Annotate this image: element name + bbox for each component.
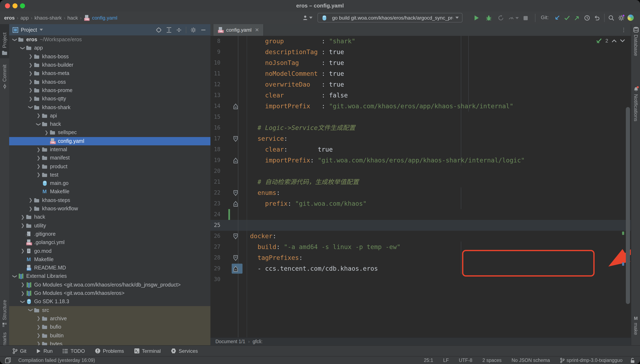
chevron-collapsed-icon[interactable] (36, 147, 42, 152)
chevron-collapsed-icon[interactable] (43, 130, 50, 135)
tree-item-readme.md[interactable]: README.MD (9, 264, 210, 272)
tree-item-app[interactable]: app (9, 44, 210, 52)
ide-gradient-logo-icon[interactable] (627, 14, 634, 21)
tree-item-makefile[interactable]: Makefile (9, 188, 210, 196)
git-update-button[interactable] (552, 14, 562, 22)
tree-item-eros[interactable]: eros~/Workspace/eros (9, 36, 210, 44)
code-line-20[interactable]: 20 (210, 166, 631, 176)
tree-item-go.mod[interactable]: go.mod (9, 247, 210, 255)
chevron-collapsed-icon[interactable] (20, 248, 26, 254)
tree-item-khaos-boss[interactable]: khaos-boss (9, 52, 210, 61)
tree-item-product[interactable]: product (9, 162, 210, 171)
tree-item-bytes[interactable]: bytes (9, 340, 210, 345)
breadcrumb-item[interactable]: eros (4, 15, 15, 20)
search-everywhere-button[interactable] (607, 14, 616, 22)
tree-item-test[interactable]: test (9, 171, 210, 179)
breadcrumb-gfcli[interactable]: gfcli: (253, 339, 263, 344)
chevron-expanded-icon[interactable] (28, 104, 34, 110)
chevron-collapsed-icon[interactable] (28, 79, 34, 84)
code-line-24[interactable]: 24 (210, 209, 631, 220)
git-history-button[interactable] (582, 14, 592, 22)
next-issue-icon[interactable] (620, 39, 625, 42)
code-line-13[interactable]: 13 clear : false (210, 90, 631, 101)
tree-item-src[interactable]: src (9, 306, 210, 314)
panel-options-button[interactable] (190, 26, 197, 34)
tree-item-sellspec[interactable]: sellspec (9, 128, 210, 137)
tree-item-main.go[interactable]: main.go (9, 179, 210, 188)
tree-item-external-libraries[interactable]: External Libraries (9, 272, 210, 281)
code-line-25[interactable]: 25 (210, 220, 631, 231)
breadcrumb-item[interactable]: hack (68, 15, 78, 20)
tree-item-hack[interactable]: hack (9, 120, 210, 128)
tree-item-khaos-prome[interactable]: khaos-prome (9, 86, 210, 95)
tree-item-go-sdk-1.18.3[interactable]: Go SDK 1.18.3 (9, 297, 210, 306)
code-line-8[interactable]: 8 group : "shark" (210, 36, 631, 47)
chevron-expanded-icon[interactable] (20, 46, 26, 51)
tree-item-go-modules-git.woa.com-khaos-eros-[interactable]: Go Modules <git.woa.com/khaos/eros> (9, 289, 210, 298)
tree-item-config.yaml[interactable]: config.yaml (9, 137, 210, 145)
toolwindow-tab-structure[interactable]: Structure (0, 273, 9, 327)
breadcrumb-document[interactable]: Document 1/1 (215, 339, 245, 344)
code-line-19[interactable]: 19 importPrefix: "git.woa.com/khaos/eros… (210, 155, 631, 166)
tree-item-internal[interactable]: internal (9, 145, 210, 154)
run-button[interactable] (472, 14, 481, 22)
toolwindow-tab-make[interactable]: M make (631, 316, 640, 341)
tree-item-khaos-oss[interactable]: khaos-oss (9, 78, 210, 86)
fold-end-icon[interactable] (233, 200, 238, 207)
chevron-collapsed-icon[interactable] (28, 96, 34, 102)
editor-scrollbar[interactable] (626, 107, 630, 304)
code-line-10[interactable]: 10 noJsonTag : true (210, 58, 631, 68)
hide-panel-button[interactable] (200, 26, 207, 34)
chevron-collapsed-icon[interactable] (20, 290, 26, 296)
tree-item-bufio[interactable]: bufio (9, 323, 210, 331)
chevron-collapsed-icon[interactable] (28, 198, 34, 203)
fold-start-icon[interactable] (233, 190, 238, 196)
profiler-button[interactable] (507, 14, 520, 22)
run-configuration-select[interactable]: go build git.woa.com/khaos/eros/hack/arg… (318, 13, 462, 22)
prev-issue-icon[interactable] (611, 39, 616, 42)
tree-item-makefile[interactable]: Makefile (9, 255, 210, 264)
tree-item-khaos-meta[interactable]: khaos-meta (9, 69, 210, 78)
chevron-expanded-icon[interactable] (12, 274, 18, 279)
code-line-21[interactable]: 21 # 自动检索源代码，生成枚举值配置 (210, 176, 631, 188)
code-line-11[interactable]: 11 noModelComment : true (210, 68, 631, 79)
code-line-15[interactable]: 15 (210, 112, 631, 122)
chevron-collapsed-icon[interactable] (28, 206, 34, 211)
fold-start-icon[interactable] (233, 233, 238, 239)
file-encoding[interactable]: UTF-8 (459, 358, 472, 363)
breadcrumb-item[interactable]: app (21, 15, 29, 20)
stop-button[interactable] (521, 14, 530, 22)
code-line-14[interactable]: 14 importPrefix : "git.woa.com/khaos/ero… (210, 101, 631, 112)
status-message[interactable]: Compilation failed (yesterday 16:09) (18, 358, 95, 363)
chevron-expanded-icon[interactable] (12, 37, 18, 42)
git-commit-button[interactable] (562, 14, 572, 22)
collapse-all-button[interactable] (175, 26, 183, 34)
code-line-22[interactable]: 22 enums: (210, 188, 631, 198)
tree-item-utility[interactable]: utility (9, 221, 210, 230)
tree-item-builtin[interactable]: builtin (9, 331, 210, 340)
chevron-collapsed-icon[interactable] (36, 164, 42, 169)
breadcrumb-item[interactable]: khaos-shark (34, 15, 62, 20)
tree-item-hack[interactable]: hack (9, 213, 210, 221)
caret-position[interactable]: 25:1 (424, 358, 433, 363)
toolwindow-layout-icon[interactable] (5, 357, 11, 363)
tree-item-khaos-shark[interactable]: khaos-shark (9, 103, 210, 112)
fold-end-icon[interactable] (233, 157, 238, 164)
expand-all-button[interactable] (165, 26, 173, 34)
chevron-collapsed-icon[interactable] (36, 316, 42, 321)
line-separator[interactable]: LF (443, 358, 449, 363)
chevron-collapsed-icon[interactable] (20, 214, 26, 220)
git-push-button[interactable] (572, 14, 582, 22)
tree-item-manifest[interactable]: manifest (9, 154, 210, 162)
indent-style[interactable]: 2 spaces (482, 358, 501, 363)
chevron-expanded-icon[interactable] (36, 122, 42, 127)
fold-start-icon[interactable] (233, 136, 238, 142)
toolwindow-tab-notifications[interactable]: Notifications (631, 86, 640, 128)
breadcrumb-item[interactable]: config.yaml (92, 15, 117, 20)
chevron-collapsed-icon[interactable] (36, 333, 42, 338)
fold-end-icon[interactable] (233, 266, 238, 272)
code-line-16[interactable]: 16 # Logic->Service文件生成配置 (210, 122, 631, 133)
chevron-collapsed-icon[interactable] (20, 282, 26, 288)
code-line-18[interactable]: 18 clear: true (210, 144, 631, 155)
run-with-coverage-button[interactable] (496, 14, 505, 22)
